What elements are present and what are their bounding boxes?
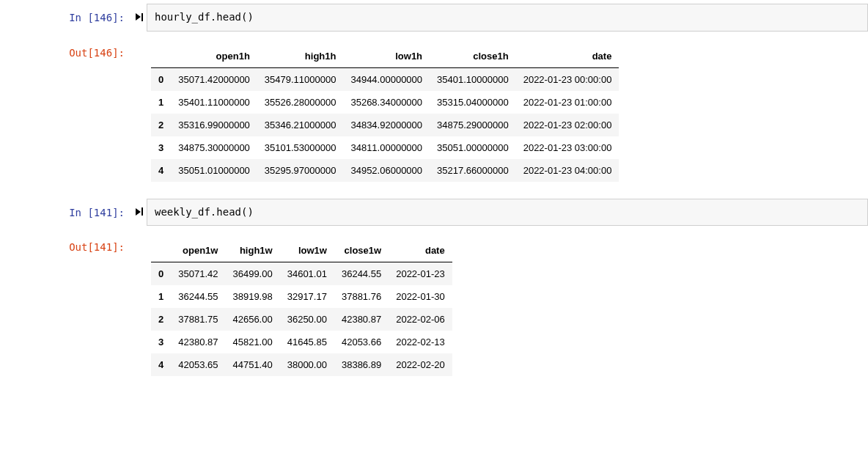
table-cell: 36244.55: [171, 285, 225, 308]
table-cell: 35295.97000000: [257, 159, 344, 182]
table-cell: 2022-01-23 04:00:00: [516, 159, 619, 182]
output-row: Out[141]:open1whigh1wlow1wclose1wdate035…: [0, 229, 868, 386]
table-cell: 45821.00: [225, 331, 279, 353]
table-col-header: date: [389, 239, 452, 262]
table-cell: 37881.76: [334, 285, 389, 308]
code-input[interactable]: weekly_df.head(): [147, 199, 868, 227]
table-cell: 44751.40: [225, 353, 279, 376]
table-cell: 2022-01-23 02:00:00: [516, 114, 619, 136]
spacer: [132, 233, 147, 240]
table-cell: 2022-01-23: [389, 262, 452, 286]
table-cell: 2022-02-13: [389, 331, 452, 353]
table-cell: 32917.17: [280, 285, 334, 308]
table-row: 237881.7542656.0036250.0042380.872022-02…: [151, 308, 452, 331]
table-row: 235316.9900000035346.2100000034834.92000…: [151, 114, 619, 136]
table-col-header: close1h: [430, 45, 516, 68]
table-row: 435051.0100000035295.9700000034952.06000…: [151, 159, 619, 182]
table-row: 135401.1100000035526.2800000035268.34000…: [151, 91, 619, 114]
notebook-cell: In [141]:weekly_df.head()Out[141]:open1w…: [0, 195, 868, 386]
table-row-index: 4: [151, 159, 171, 182]
table-cell: 35346.21000000: [257, 114, 344, 136]
table-cell: 35526.28000000: [257, 91, 344, 114]
table-cell: 2022-01-23 03:00:00: [516, 136, 619, 159]
run-button-col: [132, 199, 147, 218]
notebook-cell: In [146]:hourly_df.head()Out[146]:open1h…: [0, 0, 868, 191]
table-row-index: 3: [151, 331, 171, 353]
table-cell: 36499.00: [225, 262, 279, 286]
table-cell: 35316.99000000: [171, 114, 257, 136]
table-cell: 38000.00: [280, 353, 334, 376]
table-cell: 35479.11000000: [257, 67, 344, 91]
table-cell: 38919.98: [225, 285, 279, 308]
dataframe-table: open1whigh1wlow1wclose1wdate035071.42364…: [151, 239, 452, 376]
table-row-index: 3: [151, 136, 171, 159]
table-row-index: 0: [151, 262, 171, 286]
table-col-header: close1w: [334, 239, 389, 262]
table-row: 442053.6544751.4038000.0038386.892022-02…: [151, 353, 452, 376]
output-area: open1whigh1wlow1wclose1wdate035071.42364…: [147, 233, 868, 382]
table-col-header: high1h: [257, 45, 344, 68]
table-cell: 36244.55: [334, 262, 389, 286]
table-cell: 37881.75: [171, 308, 225, 331]
table-cell: 34601.01: [280, 262, 334, 286]
table-cell: 35401.11000000: [171, 91, 257, 114]
table-cell: 35071.42: [171, 262, 225, 286]
out-prompt: Out[146]:: [0, 39, 132, 59]
table-col-header: open1w: [171, 239, 225, 262]
table-cell: 35268.34000000: [343, 91, 430, 114]
table-cell: 2022-01-23 01:00:00: [516, 91, 619, 114]
table-row-index: 0: [151, 67, 171, 91]
table-cell: 42656.00: [225, 308, 279, 331]
output-row: Out[146]:open1hhigh1hlow1hclose1hdate035…: [0, 35, 868, 191]
table-cell: 2022-01-23 00:00:00: [516, 67, 619, 91]
table-row: 035071.4200000035479.1100000034944.00000…: [151, 67, 619, 91]
table-col-header: open1h: [171, 45, 257, 68]
table-cell: 42053.66: [334, 331, 389, 353]
in-prompt: In [146]:: [0, 4, 132, 24]
out-prompt: Out[141]:: [0, 233, 132, 254]
table-cell: 35217.66000000: [430, 159, 516, 182]
input-row: In [141]:weekly_df.head(): [0, 195, 868, 230]
table-row: 342380.8745821.0041645.8542053.662022-02…: [151, 331, 452, 353]
table-col-header: low1w: [280, 239, 334, 262]
table-row-index: 2: [151, 114, 171, 136]
table-cell: 34952.06000000: [343, 159, 430, 182]
table-index-header: [151, 239, 171, 262]
table-col-header: low1h: [343, 45, 430, 68]
table-cell: 38386.89: [334, 353, 389, 376]
table-cell: 2022-02-20: [389, 353, 452, 376]
table-row-index: 1: [151, 91, 171, 114]
table-cell: 34811.00000000: [343, 136, 430, 159]
table-cell: 42380.87: [171, 331, 225, 353]
code-input[interactable]: hourly_df.head(): [147, 4, 868, 32]
table-cell: 2022-02-06: [389, 308, 452, 331]
table-row: 334875.3000000035101.5300000034811.00000…: [151, 136, 619, 159]
table-cell: 35071.42000000: [171, 67, 257, 91]
table-cell: 35315.04000000: [430, 91, 516, 114]
input-row: In [146]:hourly_df.head(): [0, 0, 868, 35]
table-index-header: [151, 45, 171, 68]
table-cell: 2022-01-30: [389, 285, 452, 308]
table-cell: 42380.87: [334, 308, 389, 331]
table-row-index: 1: [151, 285, 171, 308]
table-row-index: 4: [151, 353, 171, 376]
table-col-header: high1w: [225, 239, 279, 262]
table-cell: 34875.29000000: [430, 114, 516, 136]
table-cell: 35101.53000000: [257, 136, 344, 159]
table-cell: 34834.92000000: [343, 114, 430, 136]
spacer: [132, 39, 147, 46]
output-area: open1hhigh1hlow1hclose1hdate035071.42000…: [147, 39, 868, 188]
run-cell-icon[interactable]: [136, 11, 143, 23]
table-col-header: date: [516, 45, 619, 68]
dataframe-table: open1hhigh1hlow1hclose1hdate035071.42000…: [151, 45, 619, 182]
run-button-col: [132, 4, 147, 23]
table-cell: 41645.85: [280, 331, 334, 353]
table-cell: 36250.00: [280, 308, 334, 331]
table-row: 136244.5538919.9832917.1737881.762022-01…: [151, 285, 452, 308]
notebook-container: In [146]:hourly_df.head()Out[146]:open1h…: [0, 0, 868, 386]
table-cell: 35051.00000000: [430, 136, 516, 159]
run-cell-icon[interactable]: [136, 206, 143, 218]
in-prompt: In [141]:: [0, 199, 132, 219]
table-row-index: 2: [151, 308, 171, 331]
table-cell: 35051.01000000: [171, 159, 257, 182]
